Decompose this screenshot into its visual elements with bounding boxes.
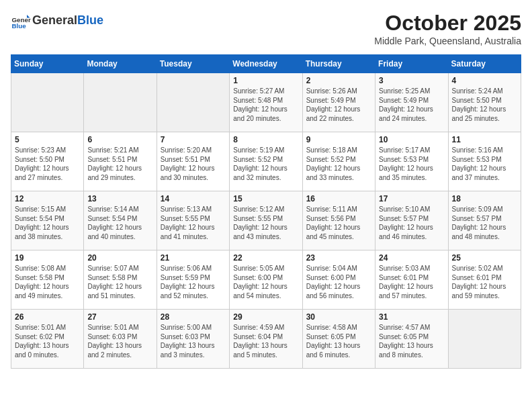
location: Middle Park, Queensland, Australia bbox=[374, 36, 521, 46]
day-info: Sunrise: 5:09 AM Sunset: 5:57 PM Dayligh… bbox=[452, 205, 517, 241]
calendar-cell: 5Sunrise: 5:23 AM Sunset: 5:50 PM Daylig… bbox=[11, 132, 84, 191]
calendar-table: SundayMondayTuesdayWednesdayThursdayFrid… bbox=[11, 54, 521, 369]
day-info: Sunrise: 5:00 AM Sunset: 6:03 PM Dayligh… bbox=[161, 323, 226, 359]
calendar-cell: 20Sunrise: 5:07 AM Sunset: 5:58 PM Dayli… bbox=[84, 250, 157, 310]
calendar-cell: 19Sunrise: 5:08 AM Sunset: 5:58 PM Dayli… bbox=[11, 250, 84, 310]
calendar-cell: 25Sunrise: 5:02 AM Sunset: 6:01 PM Dayli… bbox=[448, 250, 521, 310]
day-info: Sunrise: 5:11 AM Sunset: 5:56 PM Dayligh… bbox=[306, 205, 371, 241]
calendar-cell bbox=[448, 310, 521, 369]
calendar-cell: 29Sunrise: 4:59 AM Sunset: 6:04 PM Dayli… bbox=[230, 310, 302, 369]
day-info: Sunrise: 5:03 AM Sunset: 6:01 PM Dayligh… bbox=[379, 264, 444, 300]
calendar-cell: 6Sunrise: 5:21 AM Sunset: 5:51 PM Daylig… bbox=[84, 132, 157, 191]
day-number: 4 bbox=[452, 76, 517, 85]
page-header: General Blue GeneralBlue October 2025 Mi… bbox=[11, 11, 521, 46]
day-number: 28 bbox=[161, 312, 226, 322]
day-number: 17 bbox=[379, 194, 444, 203]
calendar-cell: 24Sunrise: 5:03 AM Sunset: 6:01 PM Dayli… bbox=[375, 250, 448, 310]
calendar-week-row: 19Sunrise: 5:08 AM Sunset: 5:58 PM Dayli… bbox=[11, 250, 521, 310]
day-info: Sunrise: 5:18 AM Sunset: 5:52 PM Dayligh… bbox=[306, 146, 371, 182]
month-title: October 2025 bbox=[374, 11, 521, 36]
logo-general: General bbox=[32, 13, 77, 27]
weekday-header: Saturday bbox=[448, 55, 521, 73]
calendar-cell: 22Sunrise: 5:05 AM Sunset: 6:00 PM Dayli… bbox=[230, 250, 302, 310]
day-info: Sunrise: 5:10 AM Sunset: 5:57 PM Dayligh… bbox=[379, 205, 444, 241]
weekday-header-row: SundayMondayTuesdayWednesdayThursdayFrid… bbox=[11, 55, 521, 73]
calendar-cell bbox=[84, 73, 157, 132]
day-info: Sunrise: 5:20 AM Sunset: 5:51 PM Dayligh… bbox=[161, 146, 226, 182]
day-number: 19 bbox=[15, 253, 80, 263]
svg-text:Blue: Blue bbox=[12, 22, 27, 30]
day-info: Sunrise: 5:23 AM Sunset: 5:50 PM Dayligh… bbox=[15, 146, 80, 182]
day-info: Sunrise: 5:19 AM Sunset: 5:52 PM Dayligh… bbox=[233, 146, 298, 182]
day-number: 18 bbox=[452, 194, 517, 203]
day-info: Sunrise: 4:59 AM Sunset: 6:04 PM Dayligh… bbox=[233, 323, 298, 359]
day-number: 13 bbox=[87, 194, 152, 203]
day-number: 5 bbox=[15, 135, 80, 144]
day-number: 25 bbox=[452, 253, 517, 263]
calendar-cell: 21Sunrise: 5:06 AM Sunset: 5:59 PM Dayli… bbox=[157, 250, 229, 310]
day-number: 29 bbox=[233, 312, 298, 322]
calendar-cell: 8Sunrise: 5:19 AM Sunset: 5:52 PM Daylig… bbox=[230, 132, 302, 191]
calendar-cell: 2Sunrise: 5:26 AM Sunset: 5:49 PM Daylig… bbox=[302, 73, 375, 132]
calendar-cell: 1Sunrise: 5:27 AM Sunset: 5:48 PM Daylig… bbox=[230, 73, 302, 132]
day-info: Sunrise: 5:16 AM Sunset: 5:53 PM Dayligh… bbox=[452, 146, 517, 182]
calendar-cell: 23Sunrise: 5:04 AM Sunset: 6:00 PM Dayli… bbox=[302, 250, 375, 310]
day-number: 7 bbox=[161, 135, 226, 144]
calendar-cell: 18Sunrise: 5:09 AM Sunset: 5:57 PM Dayli… bbox=[448, 191, 521, 250]
day-number: 20 bbox=[87, 253, 152, 263]
day-number: 9 bbox=[306, 135, 371, 144]
logo: General Blue GeneralBlue bbox=[11, 11, 103, 31]
day-number: 14 bbox=[161, 194, 226, 203]
day-number: 2 bbox=[306, 76, 371, 85]
day-number: 12 bbox=[15, 194, 80, 203]
day-number: 1 bbox=[233, 76, 298, 85]
calendar-cell bbox=[157, 73, 229, 132]
weekday-header: Thursday bbox=[302, 55, 375, 73]
day-info: Sunrise: 5:26 AM Sunset: 5:49 PM Dayligh… bbox=[306, 87, 371, 123]
calendar-cell: 30Sunrise: 4:58 AM Sunset: 6:05 PM Dayli… bbox=[302, 310, 375, 369]
day-info: Sunrise: 5:25 AM Sunset: 5:49 PM Dayligh… bbox=[379, 87, 444, 123]
calendar-cell: 28Sunrise: 5:00 AM Sunset: 6:03 PM Dayli… bbox=[157, 310, 229, 369]
calendar-week-row: 5Sunrise: 5:23 AM Sunset: 5:50 PM Daylig… bbox=[11, 132, 521, 191]
day-number: 30 bbox=[306, 312, 371, 322]
day-info: Sunrise: 5:24 AM Sunset: 5:50 PM Dayligh… bbox=[452, 87, 517, 123]
calendar-cell: 7Sunrise: 5:20 AM Sunset: 5:51 PM Daylig… bbox=[157, 132, 229, 191]
day-info: Sunrise: 5:17 AM Sunset: 5:53 PM Dayligh… bbox=[379, 146, 444, 182]
calendar-cell: 17Sunrise: 5:10 AM Sunset: 5:57 PM Dayli… bbox=[375, 191, 448, 250]
day-number: 3 bbox=[379, 76, 444, 85]
day-number: 22 bbox=[233, 253, 298, 263]
day-number: 8 bbox=[233, 135, 298, 144]
day-info: Sunrise: 5:15 AM Sunset: 5:54 PM Dayligh… bbox=[15, 205, 80, 241]
calendar-cell: 12Sunrise: 5:15 AM Sunset: 5:54 PM Dayli… bbox=[11, 191, 84, 250]
calendar-cell: 16Sunrise: 5:11 AM Sunset: 5:56 PM Dayli… bbox=[302, 191, 375, 250]
logo-blue: Blue bbox=[77, 13, 103, 27]
weekday-header: Sunday bbox=[11, 55, 84, 73]
day-number: 23 bbox=[306, 253, 371, 263]
day-number: 21 bbox=[161, 253, 226, 263]
day-info: Sunrise: 5:08 AM Sunset: 5:58 PM Dayligh… bbox=[15, 264, 80, 300]
calendar-cell: 27Sunrise: 5:01 AM Sunset: 6:03 PM Dayli… bbox=[84, 310, 157, 369]
calendar-cell: 4Sunrise: 5:24 AM Sunset: 5:50 PM Daylig… bbox=[448, 73, 521, 132]
day-info: Sunrise: 4:58 AM Sunset: 6:05 PM Dayligh… bbox=[306, 323, 371, 359]
logo-text: GeneralBlue bbox=[32, 14, 103, 28]
day-info: Sunrise: 5:06 AM Sunset: 5:59 PM Dayligh… bbox=[161, 264, 226, 300]
calendar-week-row: 26Sunrise: 5:01 AM Sunset: 6:02 PM Dayli… bbox=[11, 310, 521, 369]
calendar-cell: 31Sunrise: 4:57 AM Sunset: 6:05 PM Dayli… bbox=[375, 310, 448, 369]
day-info: Sunrise: 5:12 AM Sunset: 5:55 PM Dayligh… bbox=[233, 205, 298, 241]
day-number: 6 bbox=[87, 135, 152, 144]
title-block: October 2025 Middle Park, Queensland, Au… bbox=[374, 11, 521, 46]
calendar-cell: 3Sunrise: 5:25 AM Sunset: 5:49 PM Daylig… bbox=[375, 73, 448, 132]
logo-icon: General Blue bbox=[11, 11, 31, 31]
day-number: 27 bbox=[87, 312, 152, 322]
calendar-cell: 14Sunrise: 5:13 AM Sunset: 5:55 PM Dayli… bbox=[157, 191, 229, 250]
day-info: Sunrise: 5:02 AM Sunset: 6:01 PM Dayligh… bbox=[452, 264, 517, 300]
day-info: Sunrise: 4:57 AM Sunset: 6:05 PM Dayligh… bbox=[379, 323, 444, 359]
calendar-week-row: 12Sunrise: 5:15 AM Sunset: 5:54 PM Dayli… bbox=[11, 191, 521, 250]
day-number: 11 bbox=[452, 135, 517, 144]
day-number: 10 bbox=[379, 135, 444, 144]
calendar-cell: 11Sunrise: 5:16 AM Sunset: 5:53 PM Dayli… bbox=[448, 132, 521, 191]
day-info: Sunrise: 5:01 AM Sunset: 6:02 PM Dayligh… bbox=[15, 323, 80, 359]
day-info: Sunrise: 5:05 AM Sunset: 6:00 PM Dayligh… bbox=[233, 264, 298, 300]
calendar-cell bbox=[11, 73, 84, 132]
calendar-cell: 9Sunrise: 5:18 AM Sunset: 5:52 PM Daylig… bbox=[302, 132, 375, 191]
